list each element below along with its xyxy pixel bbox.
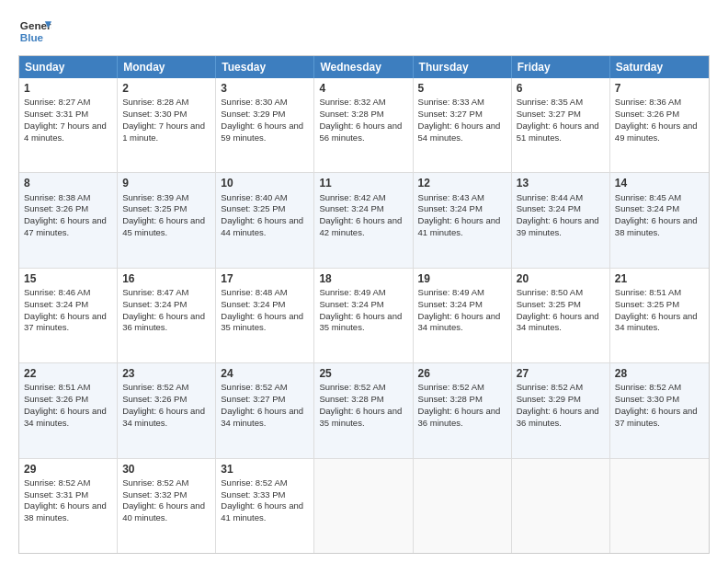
sunset: Sunset: 3:24 PM [615,203,679,213]
sunrise: Sunrise: 8:32 AM [319,97,385,107]
day-number: 5 [418,81,506,96]
day-number: 18 [319,271,407,286]
day-number: 14 [615,176,704,190]
daylight: Daylight: 6 hours and 44 minutes. [221,215,303,237]
day-number: 2 [122,81,210,96]
daylight: Daylight: 6 hours and 38 minutes. [24,500,107,523]
sunset: Sunset: 3:27 PM [517,109,581,119]
sunset: Sunset: 3:26 PM [122,394,187,404]
day-number: 15 [24,271,112,286]
sunset: Sunset: 3:26 PM [24,394,88,404]
daylight: Daylight: 6 hours and 41 minutes. [221,500,303,523]
day-number: 23 [122,366,210,381]
calendar-cell: 31Sunrise: 8:52 AMSunset: 3:33 PMDayligh… [216,459,314,553]
sunrise: Sunrise: 8:42 AM [319,192,385,202]
sunrise: Sunrise: 8:52 AM [122,382,188,392]
sunrise: Sunrise: 8:36 AM [615,97,681,107]
day-number: 10 [221,176,309,190]
sunrise: Sunrise: 8:44 AM [517,192,583,202]
calendar-cell: 7Sunrise: 8:36 AMSunset: 3:26 PMDaylight… [610,78,709,172]
calendar-cell: 19Sunrise: 8:49 AMSunset: 3:24 PMDayligh… [414,269,512,362]
daylight: Daylight: 6 hours and 34 minutes. [24,406,107,428]
sunset: Sunset: 3:33 PM [221,489,285,500]
sunset: Sunset: 3:24 PM [221,299,285,309]
day-number: 30 [122,462,210,477]
daylight: Daylight: 6 hours and 37 minutes. [24,311,107,333]
day-number: 31 [221,462,309,477]
sunset: Sunset: 3:30 PM [615,394,679,404]
calendar-cell: 30Sunrise: 8:52 AMSunset: 3:32 PMDayligh… [118,459,216,553]
sunset: Sunset: 3:31 PM [24,109,88,119]
weekday-header: Wednesday [314,56,413,78]
daylight: Daylight: 6 hours and 49 minutes. [615,121,698,143]
sunset: Sunset: 3:24 PM [418,203,483,213]
day-number: 27 [517,366,605,381]
daylight: Daylight: 6 hours and 36 minutes. [418,406,501,428]
empty-cell [414,459,512,553]
day-number: 12 [418,176,506,190]
calendar-cell: 17Sunrise: 8:48 AMSunset: 3:24 PMDayligh… [216,269,314,362]
day-number: 16 [122,271,210,286]
calendar-cell: 18Sunrise: 8:49 AMSunset: 3:24 PMDayligh… [314,269,413,362]
daylight: Daylight: 6 hours and 51 minutes. [517,121,599,143]
sunrise: Sunrise: 8:49 AM [418,287,484,297]
sunset: Sunset: 3:24 PM [122,299,187,309]
empty-cell [314,459,413,553]
sunrise: Sunrise: 8:46 AM [24,287,90,297]
sunrise: Sunrise: 8:52 AM [122,477,188,488]
day-number: 26 [418,366,506,381]
sunrise: Sunrise: 8:30 AM [221,97,287,107]
calendar-cell: 15Sunrise: 8:46 AMSunset: 3:24 PMDayligh… [19,269,118,362]
sunrise: Sunrise: 8:51 AM [615,287,681,297]
calendar-body: 1Sunrise: 8:27 AMSunset: 3:31 PMDaylight… [19,78,709,553]
calendar-cell: 25Sunrise: 8:52 AMSunset: 3:28 PMDayligh… [314,363,413,457]
weekday-header: Monday [118,56,216,78]
sunset: Sunset: 3:29 PM [221,109,285,119]
day-number: 6 [517,81,605,96]
calendar-row: 1Sunrise: 8:27 AMSunset: 3:31 PMDaylight… [19,78,709,172]
day-number: 29 [24,462,112,477]
calendar-cell: 21Sunrise: 8:51 AMSunset: 3:25 PMDayligh… [610,269,709,362]
daylight: Daylight: 6 hours and 35 minutes. [319,311,402,333]
sunset: Sunset: 3:26 PM [24,203,88,213]
calendar-cell: 9Sunrise: 8:39 AMSunset: 3:25 PMDaylight… [118,173,216,267]
calendar-row: 15Sunrise: 8:46 AMSunset: 3:24 PMDayligh… [19,268,709,362]
sunrise: Sunrise: 8:52 AM [319,382,385,392]
sunrise: Sunrise: 8:45 AM [615,192,681,202]
daylight: Daylight: 6 hours and 40 minutes. [122,500,205,523]
sunrise: Sunrise: 8:51 AM [24,382,90,392]
page: General Blue SundayMondayTuesdayWednesda… [0,0,728,563]
daylight: Daylight: 6 hours and 45 minutes. [122,215,205,237]
calendar-cell: 2Sunrise: 8:28 AMSunset: 3:30 PMDaylight… [118,78,216,172]
logo-icon: General Blue [18,15,51,48]
calendar-row: 8Sunrise: 8:38 AMSunset: 3:26 PMDaylight… [19,172,709,267]
calendar-cell: 4Sunrise: 8:32 AMSunset: 3:28 PMDaylight… [314,78,413,172]
sunset: Sunset: 3:32 PM [122,489,187,500]
day-number: 20 [517,271,605,286]
sunrise: Sunrise: 8:52 AM [517,382,583,392]
calendar-row: 29Sunrise: 8:52 AMSunset: 3:31 PMDayligh… [19,458,709,553]
day-number: 21 [615,271,704,286]
sunrise: Sunrise: 8:33 AM [418,97,484,107]
sunset: Sunset: 3:24 PM [319,203,383,213]
day-number: 3 [221,81,309,96]
sunrise: Sunrise: 8:28 AM [122,97,188,107]
calendar-cell: 24Sunrise: 8:52 AMSunset: 3:27 PMDayligh… [216,363,314,457]
sunset: Sunset: 3:24 PM [319,299,383,309]
sunrise: Sunrise: 8:47 AM [122,287,188,297]
sunrise: Sunrise: 8:38 AM [24,192,90,202]
daylight: Daylight: 6 hours and 42 minutes. [319,215,402,237]
daylight: Daylight: 6 hours and 39 minutes. [517,215,599,237]
sunset: Sunset: 3:30 PM [122,109,187,119]
calendar-cell: 23Sunrise: 8:52 AMSunset: 3:26 PMDayligh… [118,363,216,457]
day-number: 19 [418,271,506,286]
weekday-header: Thursday [414,56,512,78]
weekday-header: Sunday [19,56,118,78]
weekday-header: Tuesday [216,56,314,78]
sunrise: Sunrise: 8:52 AM [221,382,287,392]
svg-text:Blue: Blue [20,31,44,43]
daylight: Daylight: 6 hours and 37 minutes. [615,406,698,428]
daylight: Daylight: 6 hours and 47 minutes. [24,215,107,237]
calendar-cell: 26Sunrise: 8:52 AMSunset: 3:28 PMDayligh… [414,363,512,457]
daylight: Daylight: 6 hours and 34 minutes. [221,406,303,428]
